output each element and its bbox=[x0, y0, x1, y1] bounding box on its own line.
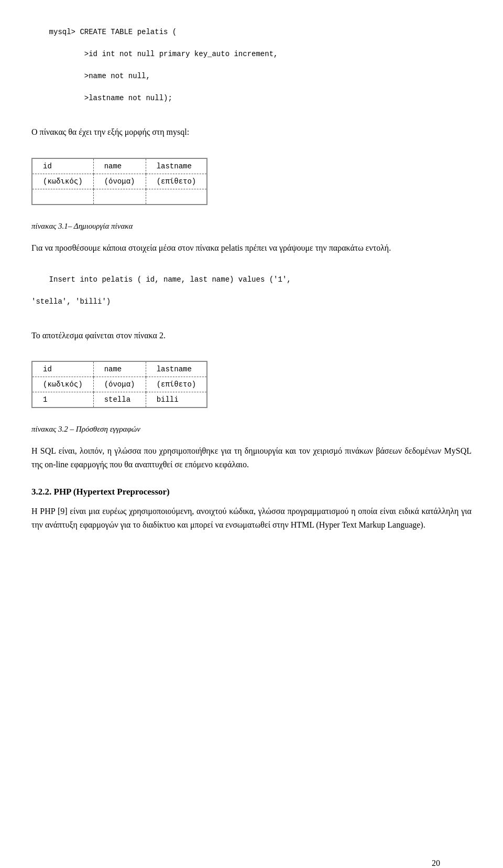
table1-subheader-name: (όνομα) bbox=[93, 174, 146, 189]
table2-cell-name: stella bbox=[93, 392, 146, 408]
table2-cell-id: 1 bbox=[32, 392, 93, 408]
table1-empty-row bbox=[32, 189, 207, 205]
table1: id name lastname (κωδικός) (όνομα) (επίθ… bbox=[31, 158, 207, 206]
code-block-mysql-create: mysql> CREATE TABLE pelatis ( >id int no… bbox=[31, 16, 472, 115]
table1-empty-lastname bbox=[146, 189, 207, 205]
table1-subheader-id: (κωδικός) bbox=[32, 174, 93, 189]
table2-container: id name lastname (κωδικός) (όνομα) (επίθ… bbox=[31, 361, 207, 408]
code-line-3: >name not null, bbox=[31, 72, 150, 80]
table1-header-id: id bbox=[32, 158, 93, 174]
table1-header-name: name bbox=[93, 158, 146, 174]
table2-data-row: 1 stella billi bbox=[32, 392, 207, 408]
table1-header-lastname: lastname bbox=[146, 158, 207, 174]
section-heading-php: 3.2.2. PHP (Hypertext Preprocessor) bbox=[31, 487, 472, 497]
paragraph2: Για να προσθέσουμε κάποια στοιχεία μέσα … bbox=[31, 241, 472, 255]
table1-container: id name lastname (κωδικός) (όνομα) (επίθ… bbox=[31, 158, 207, 206]
code-line-4: >lastname not null); bbox=[31, 94, 172, 102]
table-header-row: id name lastname bbox=[32, 158, 207, 174]
paragraph3: Το αποτέλεσμα φαίνεται στον πίνακα 2. bbox=[31, 329, 472, 342]
table2-header-lastname: lastname bbox=[146, 361, 207, 377]
insert-line-2: 'stella', 'billi') bbox=[31, 297, 111, 306]
table2-subheader-id: (κωδικός) bbox=[32, 377, 93, 392]
paragraph5: Η PHP [9] είναι μια ευρέως χρησιμοποιούμ… bbox=[31, 505, 472, 531]
page-number: 20 bbox=[432, 859, 440, 868]
paragraph-table1-intro: Ο πίνακας θα έχει την εξής μορφής στη my… bbox=[31, 125, 472, 139]
code-line-1: mysql> CREATE TABLE pelatis ( bbox=[49, 28, 177, 36]
table1-caption: πίνακας 3.1– Δημιουργία πίνακα bbox=[31, 222, 472, 231]
table2: id name lastname (κωδικός) (όνομα) (επίθ… bbox=[31, 361, 207, 408]
table2-cell-lastname: billi bbox=[146, 392, 207, 408]
table1-empty-name bbox=[93, 189, 146, 205]
table1-empty-id bbox=[32, 189, 93, 205]
table2-header-name: name bbox=[93, 361, 146, 377]
paragraph4: Η SQL είναι, λοιπόν, η γλώσσα που χρησιμ… bbox=[31, 444, 472, 471]
code-block-insert: Insert into pelatis ( id, name, last nam… bbox=[31, 263, 472, 318]
table2-subheader-name: (όνομα) bbox=[93, 377, 146, 392]
table2-caption: πίνακας 3.2 – Πρόσθεση εγγραφών bbox=[31, 425, 472, 434]
insert-line-1: Insert into pelatis ( id, name, last nam… bbox=[49, 275, 291, 284]
table2-header-id: id bbox=[32, 361, 93, 377]
table2-subheader-row: (κωδικός) (όνομα) (επίθετο) bbox=[32, 377, 207, 392]
table2-header-row: id name lastname bbox=[32, 361, 207, 377]
code-line-2: >id int not null primary key_auto increm… bbox=[31, 50, 278, 58]
table1-subheader-lastname: (επίθετο) bbox=[146, 174, 207, 189]
table1-subheader-row: (κωδικός) (όνομα) (επίθετο) bbox=[32, 174, 207, 189]
table2-subheader-lastname: (επίθετο) bbox=[146, 377, 207, 392]
